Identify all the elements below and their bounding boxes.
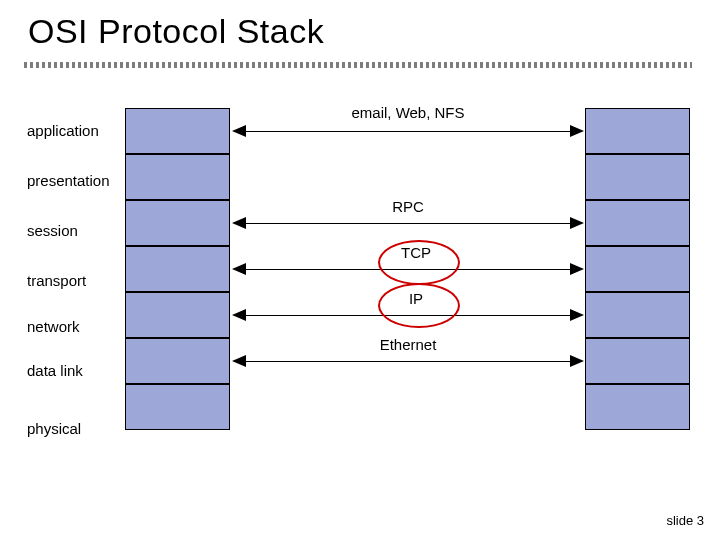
layer-label-network: network <box>27 318 80 335</box>
left-stack-box <box>125 384 230 430</box>
right-stack-box <box>585 246 690 292</box>
protocol-label-application: email, Web, NFS <box>351 104 464 121</box>
arrow-head-left-icon <box>232 355 246 367</box>
arrow-head-right-icon <box>570 217 584 229</box>
arrow-line <box>244 361 570 362</box>
protocol-label-ethernet: Ethernet <box>380 336 437 353</box>
highlight-circle-tcp <box>378 240 460 285</box>
left-stack-box <box>125 338 230 384</box>
right-stack-box <box>585 154 690 200</box>
arrow-head-right-icon <box>570 309 584 321</box>
layer-label-application: application <box>27 122 99 139</box>
arrow-head-left-icon <box>232 217 246 229</box>
left-stack-box <box>125 292 230 338</box>
layer-label-transport: transport <box>27 272 86 289</box>
right-stack-box <box>585 200 690 246</box>
left-stack-box <box>125 200 230 246</box>
arrow-head-left-icon <box>232 309 246 321</box>
protocol-label-rpc: RPC <box>392 198 424 215</box>
slide-number: slide 3 <box>666 513 704 528</box>
arrow-head-right-icon <box>570 263 584 275</box>
layer-label-physical: physical <box>27 420 81 437</box>
page-title: OSI Protocol Stack <box>28 12 324 51</box>
arrow-head-left-icon <box>232 125 246 137</box>
layer-label-datalink: data link <box>27 362 83 379</box>
layer-label-session: session <box>27 222 78 239</box>
arrow-line <box>244 131 570 132</box>
right-stack-box <box>585 384 690 430</box>
right-stack-box <box>585 338 690 384</box>
left-stack-box <box>125 154 230 200</box>
arrow-head-left-icon <box>232 263 246 275</box>
highlight-circle-ip <box>378 283 460 328</box>
arrow-head-right-icon <box>570 355 584 367</box>
right-stack-box <box>585 108 690 154</box>
right-stack-box <box>585 292 690 338</box>
arrow-head-right-icon <box>570 125 584 137</box>
left-stack-box <box>125 108 230 154</box>
arrow-line <box>244 223 570 224</box>
left-stack-box <box>125 246 230 292</box>
layer-label-presentation: presentation <box>27 172 110 189</box>
title-underline <box>24 62 692 68</box>
